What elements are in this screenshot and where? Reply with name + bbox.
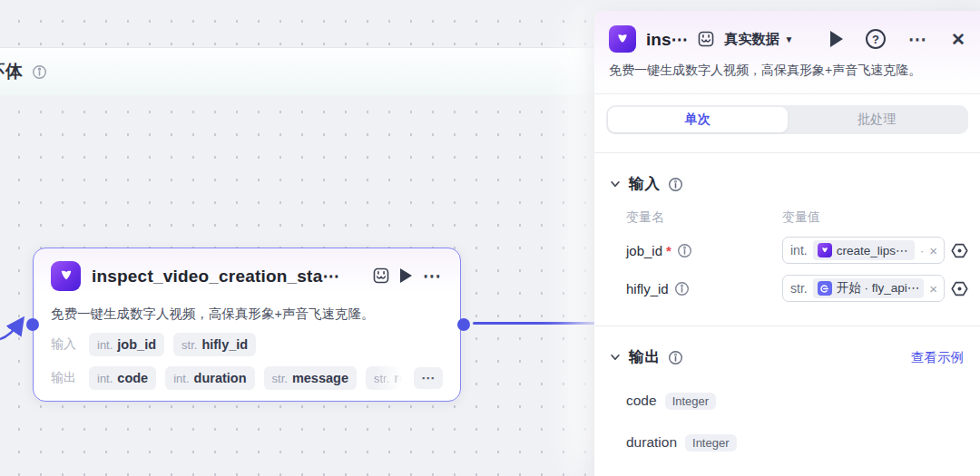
outgoing-edge (473, 322, 611, 325)
panel-more-icon[interactable]: ⋯ (908, 34, 928, 44)
type-badge: Integer (665, 393, 716, 410)
info-icon (677, 243, 692, 258)
variable-column-headers: 变量名 变量值 (626, 209, 965, 226)
node-output-port[interactable] (457, 318, 470, 331)
output-tag-duration: int. duration (165, 366, 254, 390)
reference-chip[interactable]: create_lips⋯ (813, 240, 915, 260)
type-badge: Integer (685, 434, 736, 452)
col-variable-name: 变量名 (626, 209, 782, 226)
node-more-icon[interactable]: ⋯ (423, 271, 443, 280)
hifly-plugin-icon (818, 243, 832, 257)
help-icon[interactable]: ? (866, 29, 886, 49)
node-description: 免费一键生成数字人视频，高保真形象+声音飞速克隆。 (51, 306, 443, 323)
info-icon (32, 64, 47, 80)
node-input-label: 输入 (51, 336, 80, 353)
input-section-header[interactable]: 输入 (609, 173, 965, 195)
plugin-store-icon[interactable] (373, 267, 389, 284)
node-title: inspect_video_creation_sta⋯ (92, 266, 362, 287)
run-mode-tabs: 单次 批处理 (606, 105, 968, 134)
start-node-icon (818, 281, 832, 296)
clear-value-icon[interactable]: × (929, 243, 937, 258)
loop-label-text: 环体 (0, 60, 24, 83)
node-detail-panel: ins⋯ 真实数据 ▼ ? ⋯ ✕ 免费一键生成数字人视频，高保真形象+声音飞速… (594, 11, 980, 476)
required-mark: * (666, 243, 671, 258)
variable-name: job_id (626, 243, 662, 258)
output-tag-code: int. code (89, 366, 156, 390)
info-icon (668, 350, 683, 365)
separator-dot: · (920, 244, 924, 257)
input-tag-hifly-id: str. hifly_id (173, 333, 256, 356)
info-icon (674, 281, 690, 296)
panel-description: 免费一键生成数字人视频，高保真形象+声音飞速克隆。 (609, 63, 965, 79)
node-input-port[interactable] (26, 318, 39, 331)
output-tag-message: str. message (264, 366, 357, 390)
divider (594, 152, 980, 153)
close-icon[interactable]: ✕ (951, 31, 965, 48)
clear-value-icon[interactable]: × (929, 281, 937, 296)
variable-row-hifly-id: hifly_id str. 开始 · fly_api⋯ × (626, 275, 969, 302)
chevron-down-icon (609, 351, 622, 364)
loop-label: 环体 (0, 60, 47, 83)
output-section-header[interactable]: 输出 查看示例 (609, 346, 965, 368)
data-mode-dropdown[interactable]: 真实数据 ▼ (724, 31, 793, 48)
col-variable-value: 变量值 (782, 209, 965, 226)
node-output-label: 输出 (51, 370, 80, 386)
hifly-plugin-icon (51, 261, 81, 291)
output-row-duration: duration Integer (626, 433, 965, 452)
chevron-down-icon (609, 178, 622, 190)
panel-title: ins⋯ (646, 29, 688, 50)
view-example-link[interactable]: 查看示例 (911, 349, 965, 366)
run-test-icon[interactable] (830, 31, 843, 47)
expression-settings-icon[interactable] (950, 279, 969, 298)
node-card-inspect-video[interactable]: inspect_video_creation_sta⋯ ⋯ 免费一键生成数字人视… (33, 248, 461, 402)
value-input-hifly-id[interactable]: str. 开始 · fly_api⋯ × (782, 275, 945, 302)
info-icon (668, 177, 683, 192)
expression-settings-icon[interactable] (950, 241, 969, 260)
output-row-code: code Integer (626, 392, 965, 410)
divider (594, 325, 980, 326)
reference-chip[interactable]: 开始 · fly_api⋯ (813, 278, 925, 298)
input-tag-job-id: int. job_id (89, 333, 164, 356)
node-header: inspect_video_creation_sta⋯ ⋯ (51, 260, 443, 291)
caret-down-icon: ▼ (784, 34, 793, 44)
value-input-job-id[interactable]: int. create_lips⋯ · × (782, 237, 945, 264)
panel-header: ins⋯ 真实数据 ▼ ? ⋯ ✕ 免费一键生成数字人视频，高保真形象+声音飞速… (594, 11, 980, 94)
node-output-row: 输出 int. code int. duration str. message … (51, 366, 443, 390)
variable-row-job-id: job_id * int. create_lips⋯ · (626, 237, 969, 264)
run-node-icon[interactable] (400, 268, 412, 283)
variable-name: hifly_id (626, 281, 669, 296)
node-input-row: 输入 int. job_id str. hifly_id (51, 333, 443, 356)
output-tag-req-truncated: str. req (366, 366, 405, 390)
plugin-store-icon[interactable] (698, 31, 714, 47)
tab-single[interactable]: 单次 (608, 107, 788, 132)
output-tags-more-icon[interactable]: ⋯ (414, 367, 443, 389)
hifly-plugin-icon (609, 25, 636, 53)
tab-batch[interactable]: 批处理 (788, 107, 967, 132)
